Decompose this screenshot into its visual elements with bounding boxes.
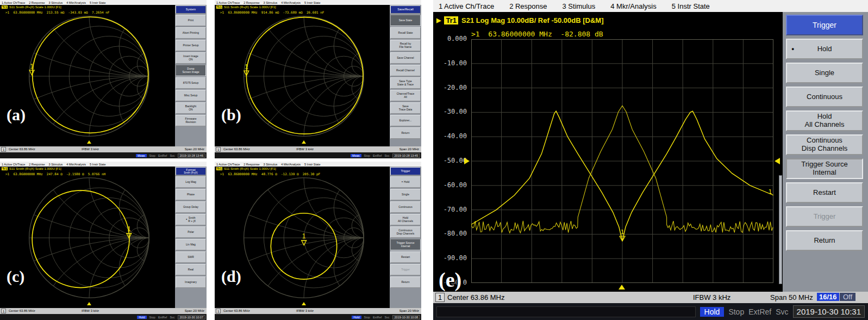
menu-item-2[interactable]: 2 Response — [29, 1, 45, 4]
menu-item-3[interactable]: 3 Stimulus — [264, 1, 278, 4]
menu-item-3[interactable]: 3 Stimulus — [264, 163, 278, 166]
softkey-recall-by-file-name[interactable]: Recall by File Name — [390, 40, 421, 51]
menu-item-1[interactable]: 1 Active Ch/Trace — [2, 1, 25, 4]
y-axis-label-9: -90.00 — [434, 254, 467, 262]
softkey-trigger-source-internal[interactable]: Trigger Source Internal — [390, 239, 421, 250]
softkey-misc-setup[interactable]: Misc Setup — [176, 90, 206, 101]
softkey-explorer[interactable]: Explorer... — [390, 115, 421, 126]
menu-item-3[interactable]: 3 Stimulus — [563, 2, 596, 10]
softkey-return[interactable]: Return — [786, 230, 863, 251]
menu-item-4[interactable]: 4 Mkr/Analysis — [610, 2, 657, 10]
menu-item-5[interactable]: 5 Instr State — [90, 163, 106, 166]
softkey-menu-title-trigger[interactable]: Trigger — [786, 15, 863, 35]
softkey-smith-r-jx[interactable]: ●Smith R + jX — [176, 214, 206, 225]
menu-item-5[interactable]: 5 Instr State — [672, 2, 710, 10]
menu-item-1[interactable]: 1 Active Ch/Trace — [216, 163, 240, 166]
softkey-continuous[interactable]: Continuous — [390, 201, 421, 213]
softkey-save-type-state-trace[interactable]: Save Type State & Trace — [390, 77, 421, 89]
softkey-hold[interactable]: ●Hold — [390, 176, 421, 188]
marker-1-label: 1 — [127, 225, 131, 233]
softkey-invert-image-on[interactable]: Invert Image ON — [176, 52, 206, 64]
measurement-trace — [271, 213, 336, 279]
softkey-menu-title-save-recall[interactable]: Save/Recall — [390, 5, 421, 14]
ifbw: IFBW 3 kHz — [693, 293, 730, 301]
softkey-hold-all-channels[interactable]: Hold All Channels — [786, 110, 863, 131]
softkey-restart[interactable]: Restart — [786, 182, 863, 203]
menu-item-2[interactable]: 2 Response — [29, 163, 45, 166]
softkey-channel-trace-all[interactable]: Channel/Trace All — [390, 90, 421, 101]
softkey-print[interactable]: Print — [176, 15, 206, 26]
sidebar-scrollbar[interactable] — [779, 175, 782, 284]
menu-item-5[interactable]: 5 Instr State — [304, 163, 321, 166]
menu-bar: 1 Active Ch/Trace2 Response3 Stimulus4 M… — [0, 0, 207, 5]
y-axis-label-6: -60.00 — [434, 181, 467, 189]
softkey-restart[interactable]: Restart — [390, 251, 421, 263]
menu-item-4[interactable]: 4 Mkr/Analysis — [66, 163, 86, 166]
menu-item-1[interactable]: 1 Active Ch/Trace — [216, 1, 240, 4]
channel-number: 1 — [216, 147, 221, 152]
menu-item-5[interactable]: 5 Instr State — [90, 1, 106, 4]
softkey-save-trace-data[interactable]: Save Trace Data — [390, 102, 421, 114]
softkey-firmware-revision[interactable]: Firmware Revision — [176, 115, 206, 126]
softkey-dump-screen-image[interactable]: Dump Screen Image — [176, 65, 206, 76]
trigger-status-badge: Meas — [136, 154, 146, 157]
trace-number-label: 1 — [768, 188, 772, 195]
selected-bullet-icon: ● — [402, 181, 403, 183]
softkey-menu-title-trigger[interactable]: Trigger — [390, 167, 421, 175]
softkey-swr[interactable]: SWR — [176, 251, 206, 263]
menu-bar: 1 Active Ch/Trace2 Response3 Stimulus4 M… — [215, 0, 421, 5]
menu-item-4[interactable]: 4 Mkr/Analysis — [281, 163, 301, 166]
softkey-87075-setup[interactable]: 87075 Setup — [176, 77, 206, 89]
softkey-save-state[interactable]: Save State — [390, 15, 421, 26]
softkey-continuous-disp-channels[interactable]: Continuous Disp Channels — [390, 226, 421, 238]
menu-item-2[interactable]: 2 Response — [509, 2, 547, 10]
softkey-recall-channel[interactable]: Recall Channel — [390, 65, 421, 76]
softkey-return[interactable]: Return — [390, 276, 421, 288]
menu-item-3[interactable]: 3 Stimulus — [49, 1, 63, 4]
softkey-continuous-disp-channels[interactable]: Continuous Disp Channels — [786, 134, 863, 155]
menu-item-4[interactable]: 4 Mkr/Analysis — [66, 1, 86, 4]
softkey-hold-all-channels[interactable]: Hold All Channels — [390, 214, 421, 225]
span: Span 20 MHz — [399, 309, 419, 312]
softkey-menu-title-format[interactable]: FormatSmith (R+jX) — [176, 167, 206, 175]
softkey-label: Smith R + jX — [188, 217, 196, 223]
softkey-return[interactable]: Return — [390, 127, 421, 139]
trace-info-line: Tr1 S11 Smith (R+jX) Scale 1.000U [F1] — [216, 5, 276, 9]
softkey-phase[interactable]: Phase — [176, 189, 206, 200]
menu-item-2[interactable]: 2 Response — [243, 163, 259, 166]
softkey-hold[interactable]: ●Hold — [786, 39, 863, 59]
instrument-status-bar: Meas Stop ExtRef Svc 2019-10-28 13:46 — [0, 152, 207, 158]
softkey-trigger-source-internal[interactable]: Trigger Source Internal — [786, 158, 863, 179]
y-axis-label-2: -20.00 — [434, 84, 467, 91]
softkey-lin-mag[interactable]: Lin Mag — [176, 239, 206, 250]
softkey-group-delay[interactable]: Group Delay — [176, 201, 206, 213]
softkey-printer-setup[interactable]: Printer Setup — [176, 40, 206, 51]
softkey-abort-printing[interactable]: Abort Printing — [176, 27, 206, 39]
y-axis-label-7: -70.00 — [434, 206, 467, 213]
softkey-backlight-on[interactable]: Backlight ON — [176, 102, 206, 114]
menu-item-5[interactable]: 5 Instr State — [304, 1, 321, 4]
softkey-log-mag[interactable]: Log Mag — [176, 176, 206, 188]
selected-bullet-icon: ● — [186, 218, 187, 221]
softkey-menu-title-system[interactable]: System — [176, 5, 206, 14]
menu-item-1[interactable]: 1 Active Ch/Trace — [439, 2, 494, 10]
menu-item-3[interactable]: 3 Stimulus — [49, 163, 63, 166]
softkey-recall-state[interactable]: Recall State — [390, 27, 421, 39]
ifbw: IFBW 3 kHz — [296, 309, 314, 312]
softkey-single[interactable]: Single — [786, 63, 863, 83]
menu-item-4[interactable]: 4 Mkr/Analysis — [281, 1, 301, 4]
smith-grid — [26, 13, 153, 140]
menu-item-2[interactable]: 2 Response — [243, 1, 259, 4]
softkey-imaginary[interactable]: Imaginary — [176, 276, 206, 288]
softkey-continuous[interactable]: Continuous — [786, 87, 863, 107]
menu-item-1[interactable]: 1 Active Ch/Trace — [2, 163, 25, 166]
softkey-single[interactable]: Single — [390, 189, 421, 200]
softkey-polar[interactable]: Polar — [176, 226, 206, 238]
softkey-real[interactable]: Real — [176, 264, 206, 275]
marker-readout: >1 63.86000000 MHz -82.808 dB — [471, 30, 603, 38]
softkey-menu: Save/RecallSave StateRecall StateRecall … — [390, 5, 421, 146]
menu-bar: 1 Active Ch/Trace2 Response3 Stimulus4 M… — [433, 0, 868, 12]
softkey-save-channel[interactable]: Save Channel — [390, 52, 421, 64]
trigger-status-badge: Hold — [137, 316, 146, 319]
marker-1-label: 1 — [30, 63, 34, 70]
